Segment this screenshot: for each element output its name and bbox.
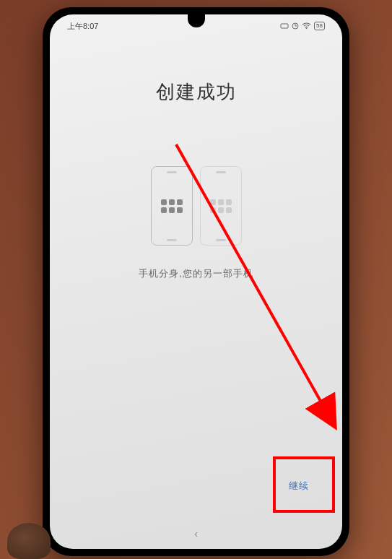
phones-illustration: [151, 166, 242, 246]
notification-icon: [280, 22, 289, 30]
primary-phone-icon: [151, 166, 193, 246]
phone-frame: 上午8:07 58 创建成功: [43, 7, 349, 556]
svg-point-2: [306, 28, 308, 30]
clone-phone-icon: [200, 166, 242, 246]
page-title: 创建成功: [156, 79, 237, 105]
status-time: 上午8:07: [67, 21, 98, 32]
phone-screen: 上午8:07 58 创建成功: [50, 14, 342, 549]
battery-icon: 58: [314, 22, 325, 30]
battery-level: 58: [316, 22, 323, 29]
status-icons: 58: [280, 22, 325, 30]
content-area: 创建成功 手机分身,您的另一部手机: [50, 14, 342, 549]
svg-rect-0: [281, 24, 288, 28]
nav-bar: ‹: [50, 523, 342, 545]
time-label: 上午8:07: [67, 21, 98, 32]
subtitle-text: 手机分身,您的另一部手机: [139, 267, 253, 280]
rotation-icon: [292, 22, 299, 30]
wifi-icon: [302, 22, 311, 30]
back-icon[interactable]: ‹: [194, 528, 198, 540]
thumb-shadow: [7, 523, 51, 559]
continue-button[interactable]: 继续: [283, 474, 315, 498]
